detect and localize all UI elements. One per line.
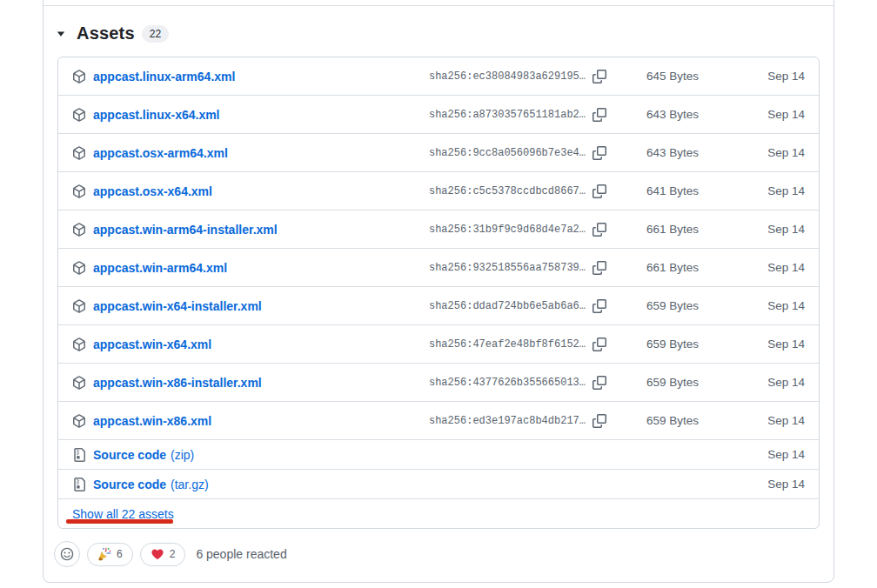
reaction-tada-button[interactable]: 6 [87, 543, 133, 566]
asset-date: Sep 14 [699, 108, 805, 121]
asset-date: Sep 14 [699, 478, 805, 491]
assets-section-toggle[interactable]: Assets 22 [54, 23, 169, 43]
asset-date: Sep 14 [699, 223, 805, 236]
source-code-download-link[interactable]: Source code [93, 478, 166, 491]
add-reaction-button[interactable] [54, 541, 80, 567]
copy-sha-button[interactable] [592, 414, 606, 428]
copy-sha-button[interactable] [592, 70, 606, 84]
source-code-row: Source code (tar.gz) Sep 14 [58, 470, 819, 499]
asset-sha256-digest: sha256:47eaf2e48bf8f6152… [429, 338, 586, 351]
asset-row: appcast.linux-x64.xml sha256:a8730357651… [58, 96, 819, 134]
asset-main: appcast.win-arm64-installer.xml [72, 223, 429, 237]
red-annotation-underline [66, 519, 173, 524]
asset-main: Source code (tar.gz) [72, 478, 699, 491]
assets-count-badge: 22 [142, 25, 169, 43]
reaction-heart-button[interactable]: 2 [140, 543, 186, 566]
source-code-format: (zip) [171, 448, 194, 462]
asset-row: appcast.win-x86.xml sha256:ed3e197ac8b4d… [58, 402, 819, 440]
asset-row: appcast.win-arm64.xml sha256:932518556aa… [58, 249, 819, 287]
asset-sha256-digest: sha256:31b9f9c9d68d4e7a2… [429, 224, 586, 236]
asset-date: Sep 14 [699, 299, 805, 312]
asset-size: 643 Bytes [606, 146, 699, 159]
package-icon [72, 299, 86, 313]
asset-row: appcast.osx-arm64.xml sha256:9cc8a056096… [58, 134, 819, 172]
asset-size: 645 Bytes [606, 70, 699, 83]
copy-sha-button[interactable] [592, 299, 606, 313]
asset-date: Sep 14 [699, 337, 805, 351]
copy-sha-button[interactable] [592, 376, 606, 390]
copy-sha-button[interactable] [592, 108, 606, 122]
asset-download-link[interactable]: appcast.osx-arm64.xml [93, 146, 228, 160]
copy-sha-button[interactable] [592, 223, 606, 237]
asset-date: Sep 14 [699, 184, 805, 197]
asset-download-link[interactable]: appcast.linux-arm64.xml [93, 70, 235, 84]
asset-date: Sep 14 [699, 261, 805, 274]
asset-main: appcast.win-x64-installer.xml [72, 299, 429, 313]
asset-download-link[interactable]: appcast.win-x86.xml [93, 414, 211, 428]
show-all-row: Show all 22 assets [58, 499, 819, 528]
reaction-count: 2 [170, 548, 176, 560]
package-icon [72, 108, 86, 122]
source-rows: Source code (zip) Sep 14 Source code (ta… [58, 440, 819, 499]
asset-date: Sep 14 [699, 70, 805, 83]
asset-main: appcast.win-x64.xml [72, 337, 429, 351]
asset-row: appcast.linux-arm64.xml sha256:ec3808498… [58, 57, 819, 96]
asset-size: 659 Bytes [606, 376, 699, 389]
asset-download-link[interactable]: appcast.win-arm64.xml [93, 261, 227, 275]
asset-download-link[interactable]: appcast.osx-x64.xml [93, 184, 212, 198]
source-code-row: Source code (zip) Sep 14 [58, 440, 819, 470]
asset-download-link[interactable]: appcast.linux-x64.xml [93, 108, 220, 122]
copy-sha-button[interactable] [592, 261, 606, 275]
asset-date: Sep 14 [699, 414, 805, 427]
release-card-content: Assets 22 appcast.linux-arm64.xml sha256… [44, 6, 833, 567]
asset-size: 659 Bytes [606, 337, 699, 351]
asset-main: appcast.win-x86.xml [72, 414, 429, 428]
reactions-bar: 6 2 6 people reacted [54, 541, 820, 567]
asset-main: appcast.osx-x64.xml [72, 184, 429, 198]
file-zip-icon [72, 448, 86, 462]
triangle-down-icon [54, 28, 68, 40]
asset-download-link[interactable]: appcast.win-x64.xml [93, 337, 211, 351]
asset-size: 661 Bytes [606, 261, 699, 274]
package-icon [72, 184, 86, 198]
asset-row: appcast.win-x64-installer.xml sha256:dda… [58, 287, 819, 325]
assets-list: appcast.linux-arm64.xml sha256:ec3808498… [57, 57, 820, 529]
asset-main: appcast.osx-arm64.xml [72, 146, 429, 160]
asset-main: appcast.win-arm64.xml [72, 261, 429, 275]
asset-main: appcast.win-x86-installer.xml [72, 376, 429, 390]
tada-icon [97, 547, 111, 561]
copy-sha-button[interactable] [592, 146, 606, 160]
source-code-download-link[interactable]: Source code [93, 448, 166, 462]
asset-row: appcast.win-arm64-installer.xml sha256:3… [58, 210, 819, 249]
package-icon [72, 146, 86, 160]
asset-download-link[interactable]: appcast.win-x86-installer.xml [93, 376, 262, 390]
package-icon [72, 70, 86, 84]
asset-sha256-digest: sha256:ec38084983a629195… [429, 70, 586, 83]
asset-size: 641 Bytes [606, 184, 699, 197]
copy-sha-button[interactable] [592, 184, 606, 198]
asset-sha256-digest: sha256:ddad724bb6e5ab6a6… [429, 300, 586, 312]
copy-sha-button[interactable] [592, 337, 606, 351]
asset-sha256-digest: sha256:932518556aa758739… [429, 262, 586, 274]
smiley-icon [60, 547, 74, 561]
asset-rows: appcast.linux-arm64.xml sha256:ec3808498… [58, 57, 819, 440]
asset-sha256-digest: sha256:ed3e197ac8b4db217… [429, 415, 586, 427]
assets-title: Assets [77, 23, 135, 43]
asset-sha256-digest: sha256:c5c5378ccdbcd8667… [429, 185, 586, 197]
asset-date: Sep 14 [699, 448, 805, 461]
package-icon [72, 261, 86, 275]
asset-download-link[interactable]: appcast.win-x64-installer.xml [93, 299, 262, 313]
asset-size: 659 Bytes [606, 414, 699, 427]
release-page: Assets 22 appcast.linux-arm64.xml sha256… [0, 0, 877, 588]
package-icon [72, 223, 86, 237]
asset-download-link[interactable]: appcast.win-arm64-installer.xml [93, 223, 278, 237]
asset-date: Sep 14 [699, 376, 805, 389]
asset-sha256-digest: sha256:9cc8a056096b7e3e4… [429, 147, 586, 159]
release-card: Assets 22 appcast.linux-arm64.xml sha256… [43, 0, 834, 583]
asset-main: appcast.linux-x64.xml [72, 108, 429, 122]
asset-size: 661 Bytes [606, 223, 699, 236]
asset-size: 659 Bytes [606, 299, 699, 312]
package-icon [72, 414, 86, 428]
asset-sha256-digest: sha256:a8730357651181ab2… [429, 109, 586, 121]
source-code-format: (tar.gz) [171, 478, 209, 491]
